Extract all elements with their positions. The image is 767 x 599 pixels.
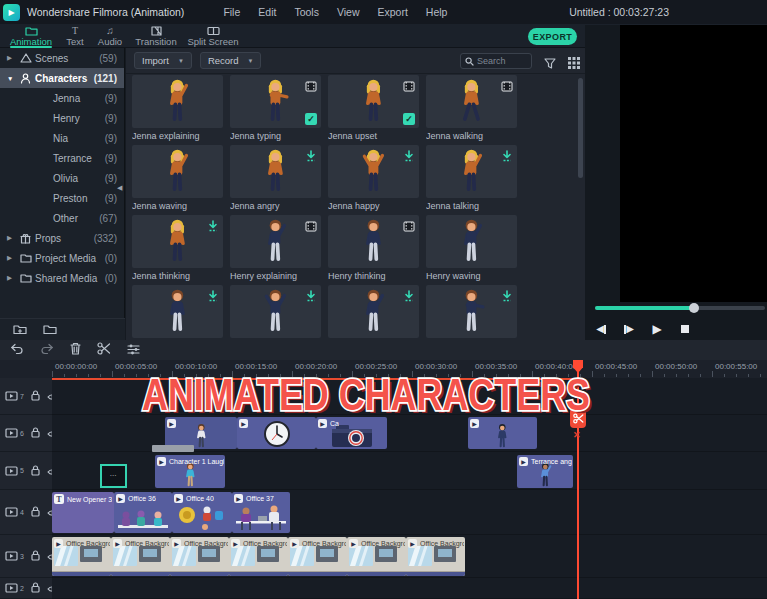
redo-icon[interactable] [40,341,54,359]
menu-tools[interactable]: Tools [294,6,319,18]
search-input[interactable] [477,56,527,66]
clip-ca[interactable]: ▶Ca [316,417,387,449]
export-button[interactable]: EXPORT [528,28,577,45]
media-thumbnail[interactable] [132,215,223,268]
media-item[interactable] [230,285,321,340]
lock-icon[interactable] [31,503,40,521]
next-frame-button[interactable]: ▶ [621,321,637,337]
seek-slider[interactable] [595,306,765,310]
split-scissors-icon[interactable] [97,341,111,359]
sidebar-item-terrance[interactable]: Terrance(9) [0,148,124,168]
transition-clip[interactable]: ⋯ [100,464,127,488]
tab-animation[interactable]: Animation [8,24,54,48]
media-item-jenna-waving[interactable]: Jenna waving [132,145,223,215]
media-item-jenna-talking[interactable]: Jenna talking [426,145,517,215]
tab-transition[interactable]: Transition [132,24,180,48]
menu-help[interactable]: Help [426,6,448,18]
sidebar-collapse-arrow[interactable]: ◀ [117,184,122,192]
media-thumbnail[interactable] [132,145,223,198]
media-item[interactable] [426,285,517,340]
media-item-henry-explaining[interactable]: Henry explaining [230,215,321,285]
clip-office-backgrou[interactable]: ▶Office Backgrou [170,537,229,576]
media-item[interactable] [132,285,223,340]
sidebar-item-nia[interactable]: Nia(9) [0,128,124,148]
media-thumbnail[interactable] [328,145,419,198]
tab-text[interactable]: TText [60,24,90,48]
previous-frame-button[interactable]: ◀ [593,321,609,337]
media-thumbnail[interactable] [426,75,517,128]
lock-icon[interactable] [31,387,40,405]
clip-office-40[interactable]: ▶Office 40 [172,492,232,533]
clip-office-37[interactable]: ▶Office 37 [232,492,290,533]
chevron-right-icon[interactable]: ▶ [7,274,12,282]
sidebar-item-characters[interactable]: ▼Characters(121) [0,68,124,88]
media-thumbnail[interactable]: ✓ [328,75,419,128]
media-thumbnail[interactable] [230,145,321,198]
menu-edit[interactable]: Edit [258,6,276,18]
delete-icon[interactable] [70,341,81,359]
chevron-right-icon[interactable]: ▶ [7,234,12,242]
playhead-scissors-icon[interactable] [570,408,586,428]
clip-office-backgrou[interactable]: ▶Office Backgrou [111,537,170,576]
new-folder-icon[interactable] [13,321,27,339]
clip[interactable]: ▶ [468,417,537,449]
chevron-down-icon[interactable]: ▼ [7,75,13,82]
lock-icon[interactable] [31,424,40,442]
chevron-right-icon[interactable]: ▶ [7,54,12,62]
media-thumbnail[interactable]: ✓ [230,75,321,128]
media-item[interactable] [328,285,419,340]
media-item-henry-waving[interactable]: Henry waving [426,215,517,285]
timeline-ruler[interactable]: 00:00:00:0000:00:05:0000:00:10:0000:00:1… [0,360,767,378]
sidebar-item-props[interactable]: ▶Props(332) [0,228,124,248]
media-item-jenna-walking[interactable]: Jenna walking [426,75,517,145]
playhead-delete-icon[interactable]: ✕ [573,430,581,440]
media-item-jenna-typing[interactable]: ✓Jenna typing [230,75,321,145]
clip-character-1-laughing[interactable]: ▶Character 1 Laughing [155,455,225,488]
sidebar-item-henry[interactable]: Henry(9) [0,108,124,128]
track-settings-icon[interactable] [127,341,140,359]
sidebar-item-preston[interactable]: Preston(9) [0,188,124,208]
stop-button[interactable] [677,321,693,337]
clip-office-backgrou[interactable]: ▶Office Backgrou [347,537,406,576]
sidebar-item-jenna[interactable]: Jenna(9) [0,88,124,108]
sidebar-item-olivia[interactable]: Olivia(9) [0,168,124,188]
track-lane-2[interactable] [52,578,767,599]
clip-office-backgrou[interactable]: ▶Office Backgrou [229,537,288,576]
chevron-right-icon[interactable]: ▶ [7,254,12,262]
tab-split-screen[interactable]: Split Screen [186,24,240,48]
menu-export[interactable]: Export [377,6,407,18]
tab-audio[interactable]: ♫Audio [94,24,126,48]
media-thumbnail[interactable] [132,75,223,128]
media-thumbnail[interactable] [426,145,517,198]
media-scrollbar[interactable] [578,78,583,178]
sidebar-item-other[interactable]: Other(67) [0,208,124,228]
clip-new-opener-3[interactable]: TNew Opener 3 [52,492,114,533]
clip-terrance-angry[interactable]: ▶Terrance angry [517,455,573,488]
media-thumbnail[interactable] [230,215,321,268]
menu-view[interactable]: View [337,6,360,18]
folder-icon[interactable] [43,321,57,339]
grid-view-icon[interactable] [568,55,580,73]
seek-handle[interactable] [689,303,699,313]
media-item-jenna-explaining[interactable]: Jenna explaining [132,75,223,145]
lock-icon[interactable] [31,547,40,565]
media-thumbnail[interactable] [426,285,517,338]
media-item-jenna-angry[interactable]: Jenna angry [230,145,321,215]
media-thumbnail[interactable] [328,215,419,268]
media-thumbnail[interactable] [132,285,223,338]
undo-icon[interactable] [10,341,24,359]
sidebar-item-shared-media[interactable]: ▶Shared Media(0) [0,268,124,288]
clip-office-backgrou[interactable]: ▶Office Backgrou [288,537,347,576]
media-thumbnail[interactable] [230,285,321,338]
search-box[interactable] [460,53,532,69]
media-item-jenna-upset[interactable]: ✓Jenna upset [328,75,419,145]
media-item-jenna-happy[interactable]: Jenna happy [328,145,419,215]
import-dropdown[interactable]: Import▼ [134,52,192,69]
clip-office-backgrou[interactable]: ▶Office Backgrou [406,537,465,576]
play-button[interactable]: ▶ [649,321,665,337]
clip[interactable]: ▶ [237,417,316,449]
track-lane-7[interactable] [52,378,767,415]
media-thumbnail[interactable] [426,215,517,268]
clip-office-backgrou[interactable]: ▶Office Backgrou [52,537,111,576]
clip-office-36[interactable]: ▶Office 36 [114,492,172,533]
